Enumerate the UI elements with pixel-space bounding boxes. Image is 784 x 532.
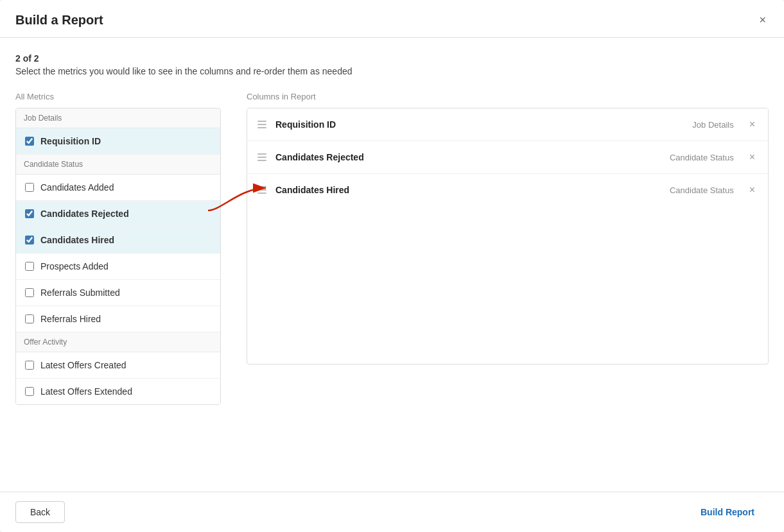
metric-label-latest-offers-extended: Latest Offers Extended: [40, 386, 132, 397]
metric-label-requisition-id: Requisition ID: [40, 136, 101, 146]
column-name-candidates-rejected: Candidates Rejected: [275, 152, 650, 162]
close-icon[interactable]: ×: [756, 12, 769, 28]
metric-item-latest-offers-created[interactable]: Latest Offers Created: [16, 352, 220, 379]
modal-header: Build a Report ×: [0, 0, 784, 38]
metric-item-referrals-hired[interactable]: Referrals Hired: [16, 306, 220, 332]
remove-requisition-id-button[interactable]: ×: [747, 117, 758, 132]
group-header-job-details: Job Details: [16, 108, 220, 128]
metric-item-requisition-id[interactable]: Requisition ID: [16, 128, 220, 155]
remove-candidates-rejected-button[interactable]: ×: [747, 150, 758, 164]
modal-footer: Back Build Report: [0, 492, 784, 532]
checkbox-latest-offers-created[interactable]: [25, 361, 34, 370]
remove-candidates-hired-button[interactable]: ×: [747, 183, 758, 197]
column-category-candidates-rejected: Candidate Status: [650, 153, 734, 162]
columns-box: Requisition ID Job Details × Candidates …: [247, 108, 769, 365]
build-report-button[interactable]: Build Report: [686, 502, 769, 522]
metric-item-candidates-hired[interactable]: Candidates Hired: [16, 227, 220, 253]
metric-label-prospects-added: Prospects Added: [40, 261, 109, 271]
checkbox-candidates-rejected[interactable]: [25, 209, 34, 218]
metric-item-prospects-added[interactable]: Prospects Added: [16, 253, 220, 280]
metric-label-candidates-added: Candidates Added: [40, 182, 114, 193]
column-category-requisition-id: Job Details: [650, 120, 734, 130]
metric-label-referrals-submitted: Referrals Submitted: [40, 287, 120, 298]
metric-item-candidates-rejected[interactable]: Candidates Rejected: [16, 201, 220, 227]
group-header-candidate-status: Candidate Status: [16, 155, 220, 175]
checkbox-prospects-added[interactable]: [25, 262, 34, 271]
metric-item-latest-offers-extended[interactable]: Latest Offers Extended: [16, 379, 220, 404]
metric-label-candidates-hired: Candidates Hired: [40, 235, 114, 245]
checkbox-referrals-hired[interactable]: [25, 314, 34, 323]
two-column-layout: All Metrics Job Details Requisition ID C…: [15, 92, 769, 405]
drag-handle-requisition-id[interactable]: [257, 121, 266, 128]
checkbox-requisition-id[interactable]: [25, 137, 34, 146]
column-name-candidates-hired: Candidates Hired: [275, 185, 650, 195]
build-report-modal: Build a Report × 2 of 2 Select the metri…: [0, 0, 784, 532]
modal-title: Build a Report: [15, 13, 103, 28]
metric-label-candidates-rejected: Candidates Rejected: [40, 209, 129, 219]
right-panel: Columns in Report Requisition ID Job Det…: [247, 92, 769, 405]
back-button[interactable]: Back: [15, 501, 65, 523]
group-header-offer-activity: Offer Activity: [16, 332, 220, 352]
column-category-candidates-hired: Candidate Status: [650, 185, 734, 195]
drag-handle-candidates-hired[interactable]: [257, 186, 266, 194]
checkbox-referrals-submitted[interactable]: [25, 288, 34, 297]
checkbox-candidates-hired[interactable]: [25, 236, 34, 245]
column-name-requisition-id: Requisition ID: [275, 119, 650, 130]
metrics-list: Job Details Requisition ID Candidate Sta…: [15, 108, 221, 405]
metric-item-referrals-submitted[interactable]: Referrals Submitted: [16, 280, 220, 306]
metric-label-latest-offers-created: Latest Offers Created: [40, 360, 126, 370]
metric-label-referrals-hired: Referrals Hired: [40, 314, 101, 324]
checkbox-latest-offers-extended[interactable]: [25, 387, 34, 396]
step-description: Select the metrics you would like to see…: [15, 66, 769, 76]
column-row-candidates-rejected: Candidates Rejected Candidate Status ×: [247, 141, 768, 174]
modal-body: 2 of 2 Select the metrics you would like…: [0, 38, 784, 532]
checkbox-candidates-added[interactable]: [25, 183, 34, 192]
column-row-requisition-id: Requisition ID Job Details ×: [247, 108, 768, 141]
right-panel-label: Columns in Report: [247, 92, 769, 101]
step-indicator: 2 of 2: [15, 53, 769, 64]
left-panel-label: All Metrics: [15, 92, 221, 101]
column-row-candidates-hired: Candidates Hired Candidate Status ×: [247, 174, 768, 206]
metric-item-candidates-added[interactable]: Candidates Added: [16, 175, 220, 201]
drag-handle-candidates-rejected[interactable]: [257, 153, 266, 161]
left-panel: All Metrics Job Details Requisition ID C…: [15, 92, 221, 405]
